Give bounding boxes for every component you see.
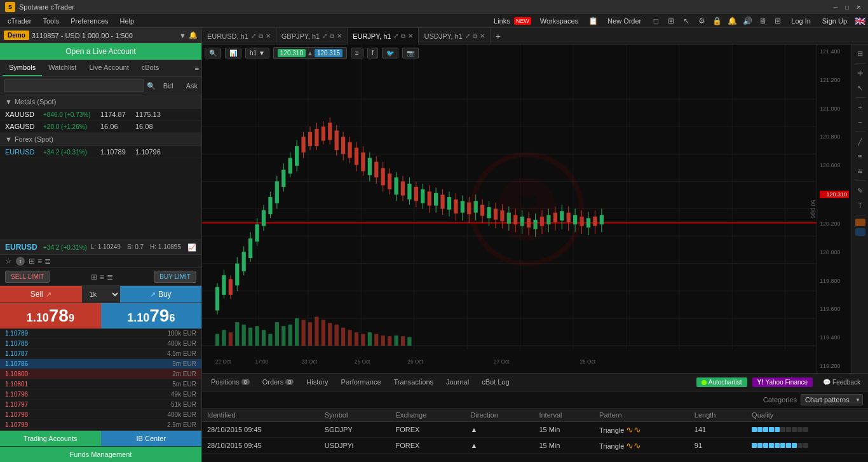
timeframe-button[interactable]: h1 ▼ xyxy=(245,48,269,58)
close-button[interactable]: ✕ xyxy=(854,3,863,11)
category-forex-spot[interactable]: ▼ Forex (Spot) xyxy=(0,133,201,146)
new-order-button[interactable]: New Order xyxy=(602,16,646,26)
monitor-icon[interactable]: 🖥 xyxy=(757,15,768,27)
trade-icon-3[interactable]: ≣ xyxy=(107,273,113,282)
sell-button[interactable]: Sell ↗ xyxy=(0,286,82,302)
menu-ctrader[interactable]: cTrader xyxy=(3,16,37,26)
grid-icon[interactable]: ⊞ xyxy=(772,15,783,27)
pencil-button[interactable]: ✎ xyxy=(854,184,867,197)
zoom-in-button[interactable]: + xyxy=(854,101,867,114)
text-button[interactable]: T xyxy=(854,199,867,212)
color-fill-button[interactable] xyxy=(855,228,865,236)
yahoo-finance-button[interactable]: Y! Yahoo Finance xyxy=(752,377,813,387)
tab-transactions[interactable]: Transactions xyxy=(388,374,440,391)
tab-symbols[interactable]: Symbols xyxy=(3,60,42,76)
open-live-account-button[interactable]: Open a Live Account xyxy=(0,43,201,60)
twitter-icon[interactable]: 🐦 xyxy=(382,48,398,58)
chart-settings-icon[interactable]: ≡ xyxy=(351,48,363,58)
fib-tool-button[interactable]: ≋ xyxy=(854,165,867,177)
cursor-icon[interactable]: ↖ xyxy=(681,15,692,27)
chart-tab-usdjpy[interactable]: USDJPY, h1 ⤢ ⧉ ✕ xyxy=(419,28,490,44)
chart-icon[interactable]: □ xyxy=(650,15,661,27)
tab-live-account[interactable]: Live Account xyxy=(83,60,135,76)
tab-more-button[interactable]: ≡ xyxy=(195,64,199,72)
buy-button[interactable]: ↗ Buy xyxy=(120,286,202,302)
menu-help[interactable]: Help xyxy=(115,16,140,26)
volume-icon[interactable]: 🔊 xyxy=(742,15,753,27)
tab-pop-icon[interactable]: ⧉ xyxy=(401,32,405,40)
tab-expand-icon[interactable]: ⤢ xyxy=(465,32,470,39)
categories-dropdown[interactable]: Chart patterns xyxy=(801,394,863,405)
crosshair-button[interactable]: ✛ xyxy=(854,67,867,79)
buy-limit-button[interactable]: BUY LIMIT xyxy=(154,271,196,283)
ib-center-button[interactable]: IB Center xyxy=(101,431,202,446)
category-metals-spot[interactable]: ▼ Metals (Spot) xyxy=(0,95,201,109)
tab-orders[interactable]: Orders 0 xyxy=(256,374,301,391)
list-item[interactable]: XAGUSD +20.0 (+1.26%) 16.06 16.08 xyxy=(0,121,201,133)
trade-icon-2[interactable]: ≡ xyxy=(100,273,104,282)
list-item[interactable]: XAUUSD +846.0 (+0.73%) 1174.87 1175.13 xyxy=(0,109,201,121)
settings-icon[interactable]: ⚙ xyxy=(696,15,707,27)
funds-management-button[interactable]: Funds Management xyxy=(0,446,201,462)
add-chart-tab-button[interactable]: + xyxy=(491,31,506,41)
color-picker[interactable] xyxy=(855,219,865,226)
menu-preferences[interactable]: Preferences xyxy=(65,16,113,26)
tab-close-icon[interactable]: ✕ xyxy=(337,32,342,39)
buy-price-display[interactable]: 1.10796 xyxy=(101,303,202,329)
tab-positions[interactable]: Positions 0 xyxy=(205,374,256,391)
notification-button[interactable]: 🔔 xyxy=(189,31,198,39)
links-button[interactable]: Links xyxy=(494,17,510,25)
grid-view-icon[interactable]: ⊞ xyxy=(29,257,35,266)
tab-performance[interactable]: Performance xyxy=(335,374,388,391)
tools-icon[interactable]: ⊞ xyxy=(665,15,677,27)
trade-icon-1[interactable]: ⊞ xyxy=(91,273,97,282)
tab-expand-icon[interactable]: ⤢ xyxy=(393,32,398,39)
chart-view-icon[interactable]: ≣ xyxy=(44,257,51,266)
zoom-out-button[interactable]: − xyxy=(854,116,867,128)
text-tool-button[interactable]: ≡ xyxy=(854,150,867,163)
pointer-button[interactable]: ↖ xyxy=(854,81,867,94)
grid-layout-button[interactable]: ⊞ xyxy=(854,47,867,60)
tab-pop-icon[interactable]: ⧉ xyxy=(473,32,477,40)
price-display-button[interactable]: 120.310 ▲ 120.315 xyxy=(273,47,347,59)
tab-pop-icon[interactable]: ⧉ xyxy=(259,32,263,40)
tab-expand-icon[interactable]: ⤢ xyxy=(251,32,256,39)
volume-selector[interactable]: 1k 10k 100k xyxy=(82,286,120,302)
list-item[interactable]: EURUSD +34.2 (+0.31%) 1.10789 1.10796 xyxy=(0,146,201,158)
screenshot-icon[interactable]: 📷 xyxy=(402,48,419,58)
search-input[interactable] xyxy=(4,79,144,92)
signup-button[interactable]: Sign Up xyxy=(818,16,851,26)
tab-close-icon[interactable]: ✕ xyxy=(408,32,413,39)
search-chart-button[interactable]: 🔍 xyxy=(205,48,221,58)
maximize-button[interactable]: □ xyxy=(843,3,851,11)
tab-expand-icon[interactable]: ⤢ xyxy=(322,32,327,39)
info-icon[interactable]: i xyxy=(16,257,25,266)
tab-watchlist[interactable]: Watchlist xyxy=(42,60,83,76)
minimize-button[interactable]: ─ xyxy=(831,3,840,11)
chart-tab-eurusd[interactable]: EURUSD, h1 ⤢ ⧉ ✕ xyxy=(202,28,276,44)
tab-cbot-log[interactable]: cBot Log xyxy=(475,374,515,391)
chart-small-icon[interactable]: 📈 xyxy=(187,243,196,252)
table-row[interactable]: 28/10/2015 09:45 SGDJPY FOREX ▲ 15 Min T… xyxy=(202,422,868,438)
trading-accounts-button[interactable]: Trading Accounts xyxy=(0,431,101,446)
new-order-icon[interactable]: 📋 xyxy=(587,15,599,27)
language-flag[interactable]: 🇬🇧 xyxy=(855,16,865,26)
tab-cbots[interactable]: cBots xyxy=(135,60,166,76)
favorite-star[interactable]: ☆ xyxy=(5,257,12,266)
lock-icon[interactable]: 🔒 xyxy=(711,15,722,27)
alert-icon[interactable]: 🔔 xyxy=(726,15,738,27)
tab-history[interactable]: History xyxy=(300,374,334,391)
draw-tool-button[interactable]: ╱ xyxy=(854,135,867,148)
tab-close-icon[interactable]: ✕ xyxy=(480,32,485,39)
account-dropdown-arrow[interactable]: ▼ xyxy=(179,32,186,39)
facebook-icon[interactable]: f xyxy=(367,48,378,58)
chart-tab-eurjpy[interactable]: EURJPY, h1 ⤢ ⧉ ✕ xyxy=(348,28,419,44)
tab-pop-icon[interactable]: ⧉ xyxy=(330,32,334,40)
tab-journal[interactable]: Journal xyxy=(440,374,475,391)
sell-limit-button[interactable]: SELL LIMIT xyxy=(5,271,50,283)
list-view-icon[interactable]: ≡ xyxy=(37,257,42,266)
indicators-button[interactable]: 📊 xyxy=(225,48,241,58)
login-button[interactable]: Log In xyxy=(787,16,815,26)
tab-close-icon[interactable]: ✕ xyxy=(266,32,271,39)
autochartist-button[interactable]: Autochartist xyxy=(696,377,747,387)
